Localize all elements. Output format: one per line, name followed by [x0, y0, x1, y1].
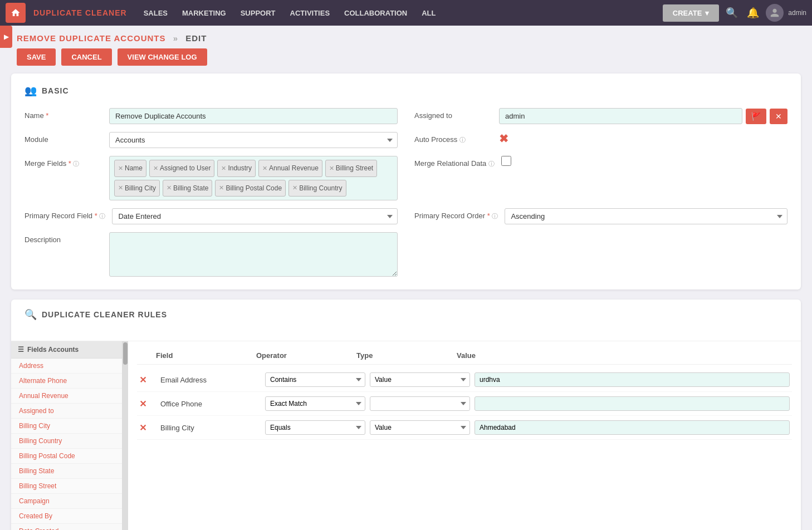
home-icon[interactable]	[6, 3, 26, 23]
save-button[interactable]: SAVE	[17, 48, 56, 66]
tag-remove-icon[interactable]: ✕	[153, 165, 158, 172]
rule-delete-button[interactable]: ✕	[139, 423, 156, 433]
rule-operator-select[interactable]: ContainsExact MatchEqualsStarts With	[265, 372, 365, 387]
nav-collaboration[interactable]: COLLABORATION	[339, 7, 413, 19]
field-list-item[interactable]: Billing Postal Code	[11, 449, 122, 464]
assigned-clear-button[interactable]: ✕	[770, 109, 787, 124]
basic-form: Name * Assigned to 🚩 ✕ Module	[25, 108, 787, 278]
field-list-item[interactable]: Annual Revenue	[11, 389, 122, 404]
avatar	[766, 4, 784, 22]
rules-header: 🔍 DUPLICATE CLEANER RULES	[11, 300, 801, 341]
nav-support[interactable]: SUPPORT	[235, 7, 281, 19]
rule-value-input[interactable]	[475, 420, 790, 435]
basic-title: 👥 BASIC	[25, 85, 787, 97]
rule-delete-button[interactable]: ✕	[139, 399, 156, 409]
field-list-item[interactable]: Address	[11, 359, 122, 374]
assigned-to-input[interactable]	[499, 108, 742, 124]
rule-field-name: Email Address	[160, 376, 261, 384]
field-list-item[interactable]: Assigned to	[11, 404, 122, 419]
primary-record-field-select[interactable]: Date Entered Date Modified Name	[112, 208, 398, 224]
rule-type-select[interactable]: ValueField	[370, 372, 470, 387]
field-list-item[interactable]: Campaign	[11, 494, 122, 509]
tag-remove-icon[interactable]: ✕	[329, 165, 334, 172]
merge-relational-info-icon: ⓘ	[488, 160, 495, 167]
scrollbar-track[interactable]	[123, 341, 128, 530]
rule-value-input[interactable]	[475, 396, 790, 411]
rule-operator-select[interactable]: ContainsExact MatchEqualsStarts With	[265, 420, 365, 435]
primary-field-required: *	[95, 212, 97, 220]
breadcrumb-separator: »	[173, 33, 178, 43]
merge-field-tag: ✕ Billing City	[114, 180, 160, 197]
breadcrumb-current: EDIT	[185, 33, 207, 43]
merge-fields-field: ✕ Name✕ Assigned to User✕ Industry✕ Annu…	[109, 156, 398, 200]
merge-relational-row: Merge Relational Data ⓘ	[414, 156, 787, 200]
primary-order-info-icon: ⓘ	[492, 213, 498, 219]
brand-label: DUPLICATE CLEANER	[33, 8, 127, 17]
fields-list-header: ☰ Fields Accounts	[11, 341, 122, 359]
module-label: Module	[25, 132, 102, 144]
breadcrumb-parent: REMOVE DUPLICATE ACCOUNTS	[17, 33, 166, 43]
name-field	[109, 108, 398, 124]
module-row: Module Accounts Contacts Leads	[25, 132, 398, 148]
sidebar-toggle[interactable]: ▶	[0, 26, 12, 48]
fields-list-wrapper: ☰ Fields Accounts AddressAlternate Phone…	[11, 341, 128, 530]
name-required: *	[46, 111, 48, 120]
nav-marketing[interactable]: MARKETING	[177, 7, 232, 19]
field-list-item[interactable]: Created By	[11, 509, 122, 524]
nav-sales[interactable]: SALES	[138, 7, 173, 19]
table-row: ✕Office PhoneContainsExact MatchEqualsSt…	[137, 392, 792, 416]
merge-field-tag: ✕ Assigned to User	[149, 160, 214, 177]
create-button[interactable]: CREATE ▾	[663, 4, 719, 22]
tag-remove-icon[interactable]: ✕	[167, 184, 172, 192]
rule-operator-select[interactable]: ContainsExact MatchEqualsStarts With	[265, 396, 365, 411]
field-list-item[interactable]: Billing Street	[11, 479, 122, 494]
auto-process-checked-icon: ✖	[499, 132, 508, 145]
assigned-to-field: 🚩 ✕	[499, 108, 787, 124]
tag-remove-icon[interactable]: ✕	[292, 184, 297, 192]
merge-field-tag: ✕ Billing Street	[325, 160, 377, 177]
field-list-item[interactable]: Billing City	[11, 419, 122, 434]
nav-all[interactable]: ALL	[416, 7, 441, 19]
field-list-item[interactable]: Alternate Phone	[11, 374, 122, 389]
tag-remove-icon[interactable]: ✕	[262, 165, 267, 172]
fields-list-scroll[interactable]: AddressAlternate PhoneAnnual RevenueAssi…	[11, 359, 122, 530]
primary-record-order-select[interactable]: Ascending Descending	[505, 208, 787, 224]
assigned-to-row: Assigned to 🚩 ✕	[414, 108, 787, 124]
search-button[interactable]: 🔍	[723, 4, 740, 21]
auto-process-info-icon: ⓘ	[459, 136, 466, 143]
breadcrumb: REMOVE DUPLICATE ACCOUNTS » EDIT	[0, 26, 812, 48]
basic-card: 👥 BASIC Name * Assigned to 🚩 ✕	[11, 73, 801, 289]
name-input[interactable]	[109, 108, 398, 124]
name-label: Name *	[25, 108, 102, 120]
top-navigation: DUPLICATE CLEANER SALES MARKETING SUPPOR…	[0, 0, 812, 26]
tag-remove-icon[interactable]: ✕	[118, 184, 123, 192]
module-select[interactable]: Accounts Contacts Leads	[109, 132, 398, 148]
rule-field-name: Billing City	[160, 424, 261, 432]
table-row: ✕Billing CityContainsExact MatchEqualsSt…	[137, 416, 792, 440]
notifications-button[interactable]: 🔔	[745, 4, 761, 21]
rules-table: Field Operator Type Value ✕Email Address…	[128, 341, 801, 530]
merge-relational-checkbox[interactable]	[501, 156, 511, 166]
rules-body: ☰ Fields Accounts AddressAlternate Phone…	[11, 341, 801, 530]
field-list-item[interactable]: Date Created	[11, 524, 122, 530]
field-list-item[interactable]: Billing State	[11, 464, 122, 479]
rule-type-select[interactable]: ValueField	[370, 420, 470, 435]
cancel-button[interactable]: CANCEL	[61, 48, 111, 66]
primary-record-order-row: Primary Record Order * ⓘ Ascending Desce…	[414, 208, 787, 224]
assigned-flag-button[interactable]: 🚩	[746, 109, 766, 124]
merge-fields-required: *	[69, 159, 71, 168]
rule-type-select[interactable]	[370, 396, 470, 411]
fields-list-icon: ☰	[18, 346, 24, 354]
assigned-to-controls: 🚩 ✕	[499, 108, 787, 124]
rule-delete-button[interactable]: ✕	[139, 375, 156, 385]
nav-links: SALES MARKETING SUPPORT ACTIVITIES COLLA…	[138, 7, 663, 19]
rule-value-input[interactable]	[475, 372, 790, 387]
description-textarea[interactable]	[109, 232, 398, 277]
nav-activities[interactable]: ACTIVITIES	[285, 7, 336, 19]
tag-remove-icon[interactable]: ✕	[221, 165, 226, 172]
module-field: Accounts Contacts Leads	[109, 132, 398, 148]
changelog-button[interactable]: VIEW CHANGE LOG	[118, 48, 207, 66]
tag-remove-icon[interactable]: ✕	[118, 165, 123, 172]
field-list-item[interactable]: Billing Country	[11, 434, 122, 449]
tag-remove-icon[interactable]: ✕	[219, 184, 224, 192]
